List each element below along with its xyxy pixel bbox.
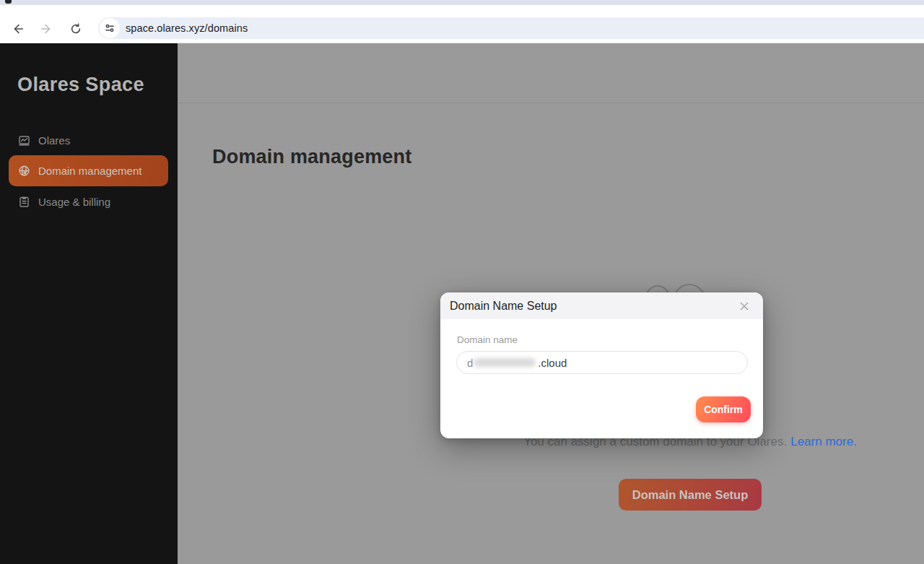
browser-tab-strip xyxy=(0,0,924,5)
browser-toolbar: space.olares.xyz/domains xyxy=(0,5,924,43)
dialog-title: Domain Name Setup xyxy=(450,300,557,313)
forward-arrow-icon xyxy=(40,22,53,35)
learn-more-link[interactable]: Learn more. xyxy=(790,435,857,448)
confirm-button[interactable]: Confirm xyxy=(696,396,751,422)
tune-icon xyxy=(105,23,115,33)
page-title: Domain management xyxy=(212,146,411,168)
sidebar-item-domain-management[interactable]: Domain management xyxy=(9,155,168,186)
browser-tab-corner xyxy=(5,0,12,4)
sidebar-item-olares[interactable]: Olares xyxy=(9,127,168,153)
domain-name-setup-dialog: Domain Name Setup Domain name d .cloud C… xyxy=(440,292,763,438)
back-button[interactable] xyxy=(10,21,26,37)
domain-value-suffix: .cloud xyxy=(538,357,567,369)
domain-value-prefix: d xyxy=(467,357,473,369)
dialog-header: Domain Name Setup xyxy=(440,292,763,319)
back-arrow-icon xyxy=(12,22,25,35)
content-header-bar xyxy=(178,43,924,103)
sidebar: Olares Space Olares Domain management Us… xyxy=(0,43,178,564)
url-text: space.olares.xyz/domains xyxy=(126,22,248,34)
domain-name-label: Domain name xyxy=(457,334,518,345)
sidebar-item-label: Usage & billing xyxy=(38,196,110,208)
app-logo: Olares Space xyxy=(17,74,144,96)
redacted-domain-text xyxy=(474,358,536,367)
globe-icon xyxy=(18,165,30,177)
forward-button[interactable] xyxy=(38,21,54,37)
sidebar-item-label: Olares xyxy=(38,134,70,147)
reload-icon xyxy=(69,22,82,35)
sidebar-item-usage-billing[interactable]: Usage & billing xyxy=(9,188,168,214)
sidebar-item-label: Domain management xyxy=(38,165,141,177)
url-bar[interactable]: space.olares.xyz/domains xyxy=(98,17,924,39)
sidebar-nav: Olares Domain management Usage & billing xyxy=(9,127,168,217)
billing-icon xyxy=(18,196,30,208)
olares-icon xyxy=(18,134,30,147)
domain-name-input[interactable]: d .cloud xyxy=(456,351,748,374)
domain-name-setup-button[interactable]: Domain Name Setup xyxy=(619,479,762,511)
close-icon xyxy=(738,300,750,312)
close-button[interactable] xyxy=(736,298,752,314)
reload-button[interactable] xyxy=(68,21,84,37)
site-info-button[interactable] xyxy=(100,18,120,38)
